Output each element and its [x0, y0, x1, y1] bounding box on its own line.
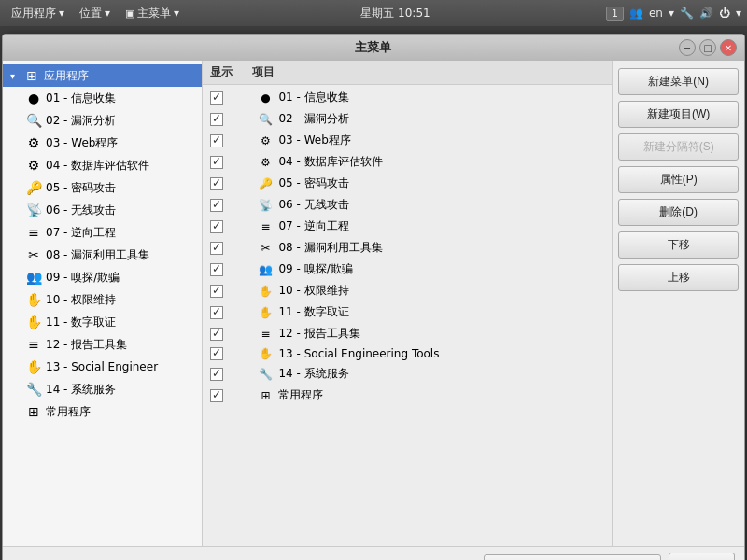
- new-item-button[interactable]: 新建项目(W): [618, 101, 739, 128]
- move-down-button[interactable]: 下移: [618, 231, 739, 259]
- item-checkbox[interactable]: [210, 347, 223, 360]
- left-item-label: 12 - 报告工具集: [46, 337, 194, 353]
- check-cell: [210, 91, 252, 105]
- left-item-common[interactable]: ⊞常用程序: [3, 400, 202, 423]
- item-checkbox[interactable]: [210, 91, 223, 105]
- item-checkbox[interactable]: [210, 285, 223, 298]
- position-menu-arrow: ▾: [105, 7, 110, 20]
- left-item-03[interactable]: ⚙03 - Web程序: [3, 132, 202, 154]
- mid-item-label: 02 - 漏洞分析: [278, 111, 604, 127]
- left-item-02[interactable]: 🔍02 - 漏洞分析: [3, 109, 202, 132]
- left-item-13[interactable]: ✋13 - Social Engineer: [3, 356, 202, 378]
- mid-item-label: 11 - 数字取证: [278, 304, 604, 320]
- close-button[interactable]: 关闭(C): [669, 553, 735, 560]
- left-item-05[interactable]: 🔑05 - 密码攻击: [3, 176, 202, 199]
- left-item-14[interactable]: 🔧14 - 系统服务: [3, 378, 202, 400]
- mid-item: ●01 - 信息收集: [203, 87, 612, 108]
- left-item-01[interactable]: ●01 - 信息收集: [3, 87, 202, 109]
- left-item-10[interactable]: ✋10 - 权限维持: [3, 288, 202, 311]
- item-icon: ⚙: [25, 134, 42, 151]
- item-checkbox[interactable]: [210, 242, 223, 255]
- mid-icon: 👥: [256, 263, 275, 276]
- left-item-08[interactable]: ✂08 - 漏洞利用工具集: [3, 244, 202, 266]
- window-close-button[interactable]: ✕: [720, 39, 737, 56]
- move-up-button[interactable]: 上移: [618, 264, 739, 291]
- arrow-icon: ▾: [10, 71, 20, 81]
- left-item-label: 01 - 信息收集: [46, 91, 194, 106]
- item-checkbox[interactable]: [210, 177, 223, 190]
- mid-icon: ≡: [256, 220, 275, 233]
- new-menu-button[interactable]: 新建菜单(N): [618, 68, 739, 95]
- left-item-apps[interactable]: ▾⊞应用程序: [3, 64, 202, 87]
- left-item-label: 应用程序: [44, 68, 194, 84]
- check-cell: [210, 306, 252, 319]
- item-icon: 📡: [25, 202, 42, 218]
- mid-item-label: 04 - 数据库评估软件: [278, 154, 604, 170]
- item-icon: 🔑: [25, 179, 42, 196]
- item-icon: ⊞: [23, 67, 40, 84]
- app-menu-button[interactable]: 应用程序 ▾: [6, 4, 70, 23]
- mid-item-label: 10 - 权限维持: [278, 283, 604, 299]
- col-show-header: 显示: [210, 64, 252, 80]
- item-icon: ✂: [25, 246, 42, 263]
- check-cell: [210, 347, 252, 360]
- main-menu-taskbar-button[interactable]: ▣ 主菜单 ▾: [120, 4, 185, 23]
- check-cell: [210, 156, 252, 169]
- item-icon: ≡: [25, 336, 42, 353]
- left-item-07[interactable]: ≡07 - 逆向工程: [3, 221, 202, 244]
- mid-item-label: 01 - 信息收集: [278, 90, 604, 105]
- window-titlebar: 主菜单 − □ ✕: [3, 35, 744, 61]
- item-checkbox[interactable]: [210, 113, 223, 126]
- mid-item-label: 06 - 无线攻击: [278, 197, 604, 213]
- mid-icon: ⊞: [256, 389, 275, 402]
- item-checkbox[interactable]: [210, 263, 223, 276]
- left-item-label: 09 - 嗅探/欺骗: [46, 270, 194, 286]
- item-checkbox[interactable]: [210, 368, 223, 381]
- item-checkbox[interactable]: [210, 220, 223, 233]
- item-icon: 🔍: [25, 112, 42, 129]
- mid-icon: ⚙: [256, 156, 275, 169]
- mid-item-label: 05 - 密码攻击: [278, 175, 604, 191]
- properties-button[interactable]: 属性(P): [618, 166, 739, 193]
- left-item-04[interactable]: ⚙04 - 数据库评估软件: [3, 154, 202, 176]
- workspace-badge[interactable]: 1: [606, 7, 624, 21]
- left-item-09[interactable]: 👥09 - 嗅探/欺骗: [3, 266, 202, 288]
- restore-button[interactable]: Restore System Configuration: [484, 554, 661, 561]
- left-item-11[interactable]: ✋11 - 数字取证: [3, 311, 202, 333]
- left-item-label: 05 - 密码攻击: [46, 180, 194, 196]
- mid-item: ✋11 - 数字取证: [203, 301, 612, 323]
- mid-item: ⚙03 - Web程序: [203, 130, 612, 151]
- mid-item: ✋10 - 权限维持: [203, 280, 612, 301]
- mid-icon: ⚙: [256, 134, 275, 147]
- left-item-label: 03 - Web程序: [46, 135, 194, 151]
- main-window: 主菜单 − □ ✕ ▾⊞应用程序●01 - 信息收集🔍02 - 漏洞分析⚙03 …: [2, 34, 745, 560]
- item-checkbox[interactable]: [210, 306, 223, 319]
- item-checkbox[interactable]: [210, 134, 223, 147]
- item-checkbox[interactable]: [210, 328, 223, 341]
- main-menu-arrow: ▾: [174, 7, 179, 20]
- left-item-12[interactable]: ≡12 - 报告工具集: [3, 333, 202, 356]
- check-cell: [210, 113, 252, 126]
- left-item-label: 常用程序: [46, 404, 194, 420]
- volume-icon: 🔊: [699, 7, 713, 20]
- item-checkbox[interactable]: [210, 199, 223, 212]
- bottom-bar: Restore System Configuration 关闭(C): [3, 546, 744, 560]
- left-item-label: 06 - 无线攻击: [46, 203, 194, 218]
- left-panel: ▾⊞应用程序●01 - 信息收集🔍02 - 漏洞分析⚙03 - Web程序⚙04…: [3, 61, 203, 546]
- left-item-06[interactable]: 📡06 - 无线攻击: [3, 199, 202, 221]
- power-icon: ⏻: [719, 7, 730, 20]
- position-menu-button[interactable]: 位置 ▾: [74, 4, 116, 23]
- app-menu-arrow: ▾: [59, 7, 64, 20]
- mid-item: ✂08 - 漏洞利用工具集: [203, 237, 612, 259]
- minimize-button[interactable]: −: [679, 39, 696, 56]
- new-sep-button[interactable]: 新建分隔符(S): [618, 133, 739, 161]
- item-checkbox[interactable]: [210, 389, 223, 402]
- left-item-label: 04 - 数据库评估软件: [46, 158, 194, 174]
- item-icon: 🔧: [25, 381, 42, 398]
- mid-item: ⚙04 - 数据库评估软件: [203, 151, 612, 173]
- left-item-label: 02 - 漏洞分析: [46, 113, 194, 129]
- delete-button[interactable]: 删除(D): [618, 199, 739, 226]
- maximize-button[interactable]: □: [699, 39, 716, 56]
- item-checkbox[interactable]: [210, 156, 223, 169]
- col-item-header: 项目: [252, 64, 604, 80]
